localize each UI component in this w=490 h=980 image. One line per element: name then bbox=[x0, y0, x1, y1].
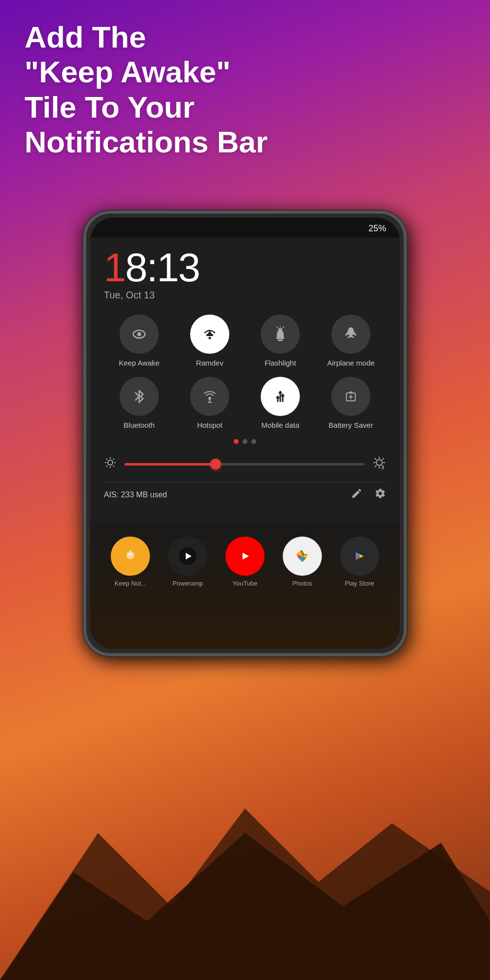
home-screen: Keep Not... Poweramp bbox=[90, 522, 400, 649]
app-item-youtube[interactable]: YouTube bbox=[225, 537, 265, 587]
tile-airplane[interactable]: Airplane mode bbox=[321, 315, 380, 367]
svg-rect-8 bbox=[278, 340, 283, 341]
brightness-slider-track[interactable] bbox=[124, 463, 365, 466]
svg-text:A: A bbox=[381, 466, 385, 469]
tile-mobile-data-label: Mobile data bbox=[261, 421, 299, 429]
time-display: 18:13 Tue, Oct 13 bbox=[104, 247, 386, 301]
app-item-poweramp[interactable]: Poweramp bbox=[168, 537, 207, 587]
svg-marker-7 bbox=[276, 331, 284, 339]
tile-battery-saver-label: Battery Saver bbox=[329, 421, 373, 429]
phone-mockup: 25% 18:13 Tue, Oct 13 bbox=[83, 211, 407, 656]
dot-2 bbox=[243, 439, 247, 444]
battery-saver-icon bbox=[342, 388, 360, 405]
status-bar: 25% bbox=[90, 218, 400, 238]
ais-action-icons bbox=[351, 488, 386, 502]
svg-point-4 bbox=[209, 337, 211, 340]
svg-line-36 bbox=[382, 458, 384, 460]
app-icon-poweramp bbox=[168, 537, 207, 576]
header-title: Add The "Keep Awake" Tile To Your Notifi… bbox=[24, 20, 268, 159]
clock-time: 18:13 bbox=[104, 247, 386, 288]
hotspot-icon bbox=[201, 388, 219, 405]
app-icon-keep-not bbox=[111, 537, 150, 576]
svg-rect-6 bbox=[278, 328, 282, 331]
svg-line-28 bbox=[106, 466, 107, 466]
battery-indicator: 25% bbox=[368, 223, 386, 234]
eye-icon bbox=[130, 325, 148, 343]
app-item-photos[interactable]: Photos bbox=[283, 537, 322, 587]
svg-point-3 bbox=[137, 332, 141, 336]
settings-icon[interactable] bbox=[374, 488, 386, 502]
tile-ramdev-circle bbox=[190, 315, 229, 354]
svg-line-25 bbox=[106, 459, 107, 460]
svg-line-27 bbox=[113, 459, 114, 460]
tile-flashlight[interactable]: Flashlight bbox=[251, 315, 310, 367]
tile-flashlight-circle bbox=[261, 315, 300, 354]
tile-airplane-label: Airplane mode bbox=[327, 359, 375, 367]
tile-keep-awake-label: Keep Awake bbox=[119, 359, 159, 367]
pencil-icon[interactable] bbox=[351, 488, 363, 502]
brightness-slider-thumb[interactable] bbox=[210, 459, 221, 469]
flashlight-icon bbox=[271, 325, 289, 343]
brightness-slider-fill bbox=[124, 463, 216, 466]
app-label-youtube: YouTube bbox=[232, 580, 257, 587]
svg-point-29 bbox=[376, 460, 382, 466]
mountains-decoration bbox=[0, 735, 490, 980]
tile-mobile-data-circle bbox=[261, 377, 300, 416]
wifi-icon bbox=[201, 325, 219, 343]
svg-line-37 bbox=[375, 466, 376, 467]
svg-rect-16 bbox=[349, 392, 352, 393]
tile-mobile-data[interactable]: Mobile data bbox=[251, 377, 310, 429]
tiles-row-1: Keep Awake bbox=[104, 315, 386, 367]
dot-1 bbox=[234, 439, 239, 444]
tile-bluetooth[interactable]: Bluetooth bbox=[110, 377, 169, 429]
bluetooth-icon bbox=[130, 388, 148, 405]
app-item-play-store[interactable]: Play Store bbox=[340, 537, 379, 587]
brightness-row: A bbox=[104, 456, 386, 472]
app-icon-photos bbox=[283, 537, 322, 576]
svg-point-20 bbox=[108, 460, 113, 465]
tile-bluetooth-circle bbox=[120, 377, 159, 416]
svg-line-11 bbox=[277, 327, 278, 328]
app-label-play-store: Play Store bbox=[345, 580, 374, 587]
tile-hotspot-circle bbox=[190, 377, 229, 416]
tile-flashlight-label: Flashlight bbox=[265, 359, 296, 367]
svg-line-34 bbox=[375, 458, 376, 460]
tile-battery-saver[interactable]: Battery Saver bbox=[321, 377, 380, 429]
quick-tiles-grid: Keep Awake bbox=[104, 315, 386, 429]
app-icon-youtube bbox=[225, 537, 265, 576]
tile-keep-awake-circle bbox=[120, 315, 159, 354]
clock-date: Tue, Oct 13 bbox=[104, 290, 386, 301]
app-label-keep-not: Keep Not... bbox=[115, 580, 147, 587]
pagination-dots bbox=[104, 439, 386, 444]
ais-text: AIS: 233 MB used bbox=[104, 490, 167, 499]
brightness-low-icon bbox=[104, 456, 117, 472]
dot-3 bbox=[251, 439, 256, 444]
phone-frame: 25% 18:13 Tue, Oct 13 bbox=[83, 211, 407, 656]
tile-ramdev-label: Ramdev bbox=[196, 359, 223, 367]
tile-keep-awake[interactable]: Keep Awake bbox=[110, 315, 169, 367]
ais-row: AIS: 233 MB used bbox=[104, 482, 386, 507]
svg-point-40 bbox=[126, 551, 134, 559]
app-item-keep-not[interactable]: Keep Not... bbox=[111, 537, 150, 587]
svg-line-26 bbox=[113, 466, 114, 466]
tile-bluetooth-label: Bluetooth bbox=[123, 421, 154, 429]
tile-ramdev[interactable]: Ramdev bbox=[180, 315, 239, 367]
notification-panel: 18:13 Tue, Oct 13 bbox=[90, 238, 400, 522]
tile-battery-saver-circle bbox=[331, 377, 370, 416]
svg-point-12 bbox=[208, 397, 211, 400]
tile-hotspot-label: Hotspot bbox=[197, 421, 222, 429]
app-label-poweramp: Poweramp bbox=[172, 580, 203, 587]
mobile-data-icon bbox=[271, 388, 289, 405]
airplane-icon bbox=[342, 325, 360, 343]
phone-screen: 25% 18:13 Tue, Oct 13 bbox=[90, 218, 400, 649]
app-icon-play-store bbox=[340, 537, 379, 576]
tiles-row-2: Bluetooth bbox=[104, 377, 386, 429]
brightness-high-icon: A bbox=[372, 456, 386, 472]
app-label-photos: Photos bbox=[293, 580, 312, 587]
svg-line-10 bbox=[283, 327, 284, 328]
app-dock: Keep Not... Poweramp bbox=[90, 532, 400, 597]
tile-hotspot[interactable]: Hotspot bbox=[180, 377, 239, 429]
tile-airplane-circle bbox=[331, 315, 370, 354]
